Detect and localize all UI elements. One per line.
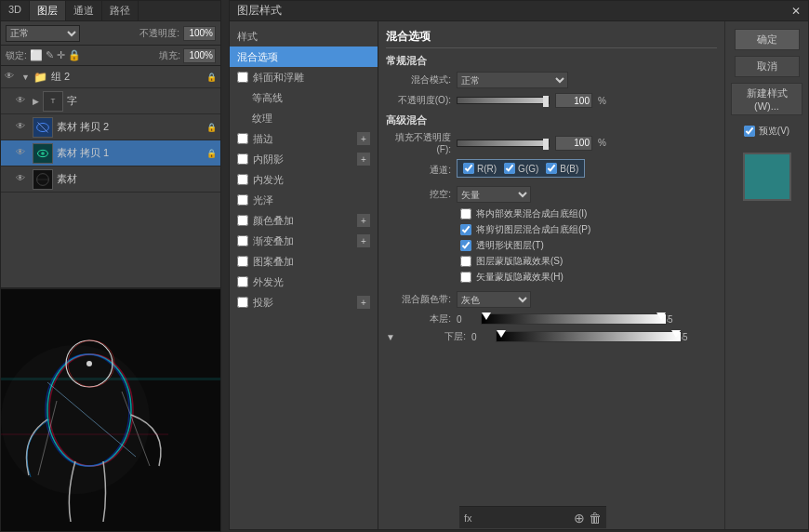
under-layer-thumb-right[interactable] xyxy=(671,330,681,338)
effect-cb-color-overlay[interactable] xyxy=(237,215,248,226)
knockout-row: 挖空: 矢量 xyxy=(386,186,717,203)
fill-opacity-input[interactable] xyxy=(555,136,592,151)
option-cb-0[interactable] xyxy=(460,208,471,219)
tab-paths[interactable]: 路径 xyxy=(102,1,139,20)
dialog-close-icon[interactable]: ✕ xyxy=(791,5,801,18)
tab-channels[interactable]: 通道 xyxy=(66,1,102,20)
effect-item-inner-shadow[interactable]: 内阴影 + xyxy=(230,149,378,169)
lock-transparent-icon[interactable]: ⬜ xyxy=(30,49,43,61)
lock-all-icon[interactable]: 🔒 xyxy=(68,49,81,61)
fill-input[interactable] xyxy=(183,48,216,63)
fill-opacity-slider-track[interactable] xyxy=(457,140,550,147)
blend-mode-select-dialog[interactable]: 正常 xyxy=(457,72,568,88)
effect-item-bevel[interactable]: 斜面和浮雕 xyxy=(230,67,378,87)
channel-b-cb[interactable] xyxy=(546,163,557,174)
layer-group-header[interactable]: 👁 ▼ 📁 组 2 🔒 xyxy=(1,66,220,88)
effect-cb-drop-shadow[interactable] xyxy=(237,297,248,308)
panel-tabs: 3D 图层 通道 路径 xyxy=(1,1,220,21)
effect-cb-bevel[interactable] xyxy=(237,72,248,83)
option-cb-4[interactable] xyxy=(460,272,471,283)
effect-item-stroke[interactable]: 描边 + xyxy=(230,128,378,149)
effect-cb-stroke[interactable] xyxy=(237,133,248,144)
this-layer-slider-track[interactable] xyxy=(481,313,667,325)
subsection-advanced-blend: 高级混合 xyxy=(386,113,717,127)
fill-opacity-slider-thumb[interactable] xyxy=(543,139,549,150)
layer-item-sucai[interactable]: 👁 素材 xyxy=(1,166,220,193)
layer-item-copy2[interactable]: 👁 素材 拷贝 2 🔒 xyxy=(1,114,220,140)
under-layer-slider-track[interactable] xyxy=(496,331,682,342)
effect-cb-inner-glow[interactable] xyxy=(237,174,248,185)
lock-position-icon[interactable]: ✛ xyxy=(57,49,65,61)
effects-bottom-toolbar: fx ⊕ 🗑 xyxy=(459,506,606,528)
effect-item-outer-glow[interactable]: 外发光 xyxy=(230,272,378,292)
effect-item-gradient-overlay[interactable]: 渐变叠加 + xyxy=(230,231,378,251)
option-row-0: 将内部效果混合成白底组(I) xyxy=(386,207,717,220)
lock-row: 锁定: ⬜ ✎ ✛ 🔒 填充: xyxy=(1,46,220,66)
group-fold-icon[interactable]: ▼ xyxy=(21,73,30,82)
layer-eye-copy2[interactable]: 👁 xyxy=(16,121,29,134)
new-style-button[interactable]: 新建样式(W)... xyxy=(731,83,802,115)
this-layer-thumb-left[interactable] xyxy=(482,313,491,320)
opacity-slider-thumb[interactable] xyxy=(543,96,549,107)
gradient-overlay-plus-btn[interactable]: + xyxy=(357,234,370,247)
preview-checkbox[interactable] xyxy=(744,126,755,137)
channel-r-cb[interactable] xyxy=(463,163,474,174)
delete-effect-icon[interactable]: 🗑 xyxy=(589,511,602,525)
under-layer-thumb-left[interactable] xyxy=(497,330,506,338)
opacity-value-input[interactable] xyxy=(555,93,592,108)
blend-if-select[interactable]: 灰色 xyxy=(457,291,531,308)
layer-eye-sucai[interactable]: 👁 xyxy=(16,173,29,186)
opacity-input[interactable] xyxy=(183,26,216,41)
effect-item-inner-glow[interactable]: 内发光 xyxy=(230,169,378,190)
effect-item-color-overlay[interactable]: 颜色叠加 + xyxy=(230,210,378,231)
effect-cb-outer-glow[interactable] xyxy=(237,276,248,287)
opacity-slider-track[interactable] xyxy=(457,97,550,104)
effect-item-drop-shadow[interactable]: 投影 + xyxy=(230,292,378,313)
inner-shadow-plus-btn[interactable]: + xyxy=(357,153,370,166)
effect-label-texture: 纹理 xyxy=(252,112,272,126)
effect-item-texture[interactable]: 纹理 xyxy=(230,108,378,128)
layer-item-copy1[interactable]: 👁 素材 拷贝 1 🔒 xyxy=(1,140,220,166)
ok-button[interactable]: 确定 xyxy=(735,29,800,50)
color-overlay-plus-btn[interactable]: + xyxy=(357,214,370,227)
this-layer-thumb-right[interactable] xyxy=(656,313,666,320)
drop-shadow-plus-btn[interactable]: + xyxy=(357,296,370,309)
lock-image-icon[interactable]: ✎ xyxy=(46,49,54,61)
channel-g-cb[interactable] xyxy=(504,163,515,174)
layer-name-copy1: 素材 拷贝 1 xyxy=(57,146,203,160)
option-cb-2[interactable] xyxy=(460,240,471,251)
channels-label: 通道: xyxy=(386,164,451,177)
effect-item-satin[interactable]: 光泽 xyxy=(230,190,378,210)
cancel-button[interactable]: 取消 xyxy=(735,56,800,77)
effect-item-blend[interactable]: 混合选项 xyxy=(230,47,378,67)
layer-eye-zi[interactable]: 👁 xyxy=(16,95,29,108)
effect-cb-satin[interactable] xyxy=(237,194,248,206)
option-cb-1[interactable] xyxy=(460,224,471,235)
option-cb-3[interactable] xyxy=(460,256,471,267)
opacity-label-dialog: 不透明度(O): xyxy=(386,94,451,107)
option-row-4: 矢量蒙版隐藏效果(H) xyxy=(386,271,717,284)
option-row-2: 透明形状图层(T) xyxy=(386,239,717,252)
stroke-plus-btn[interactable]: + xyxy=(357,132,370,145)
option-label-0: 将内部效果混合成白底组(I) xyxy=(476,207,587,220)
effect-cb-gradient-overlay[interactable] xyxy=(237,235,248,246)
group-eye-icon[interactable]: 👁 xyxy=(5,71,18,84)
layer-item-zi[interactable]: 👁 ▶ T 字 xyxy=(1,88,220,114)
right-button-panel: 确定 取消 新建样式(W)... 预览(V) xyxy=(724,21,808,529)
under-layer-checkbox-prefix: ▼ xyxy=(386,332,395,342)
add-effect-icon[interactable]: ⊕ xyxy=(574,511,585,525)
effect-cb-inner-shadow[interactable] xyxy=(237,153,248,165)
fill-label: 填充: xyxy=(159,49,180,62)
color-preview-swatch xyxy=(743,153,791,201)
tab-3d[interactable]: 3D xyxy=(1,1,30,20)
blend-mode-select[interactable]: 正常 xyxy=(6,25,80,42)
effect-item-style[interactable]: 样式 xyxy=(230,26,378,47)
knockout-select[interactable]: 矢量 xyxy=(457,186,531,203)
layer-eye-copy1[interactable]: 👁 xyxy=(16,147,29,160)
effect-cb-pattern-overlay[interactable] xyxy=(237,256,248,267)
channel-r-item: R(R) xyxy=(463,163,497,174)
effect-item-contour[interactable]: 等高线 xyxy=(230,87,378,108)
tab-layers[interactable]: 图层 xyxy=(30,1,66,20)
layer-fold-zi[interactable]: ▶ xyxy=(33,97,39,106)
effect-item-pattern-overlay[interactable]: 图案叠加 xyxy=(230,251,378,272)
